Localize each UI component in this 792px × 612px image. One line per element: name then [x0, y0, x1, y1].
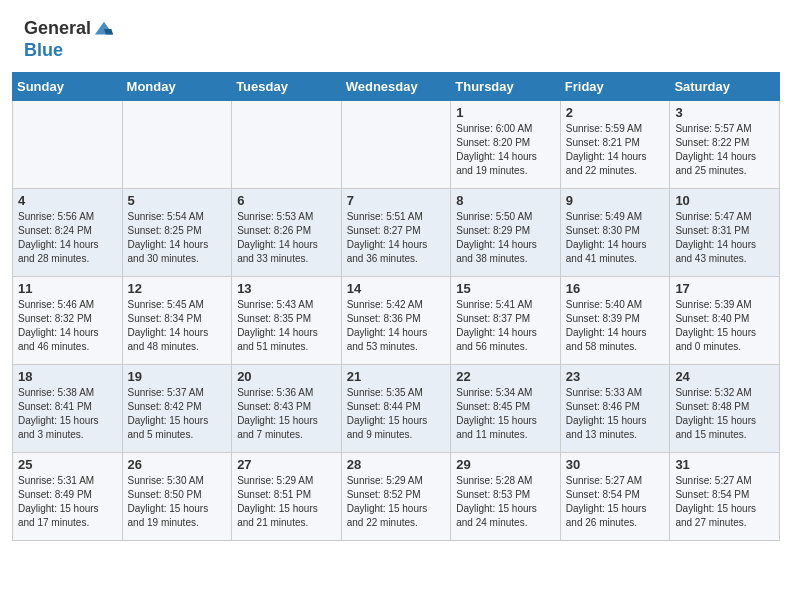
day-info: Sunrise: 5:32 AM Sunset: 8:48 PM Dayligh… [675, 386, 774, 442]
calendar-cell: 29Sunrise: 5:28 AM Sunset: 8:53 PM Dayli… [451, 452, 561, 540]
calendar-week: 25Sunrise: 5:31 AM Sunset: 8:49 PM Dayli… [13, 452, 780, 540]
page-header: General Blue [0, 0, 792, 72]
calendar-header: SundayMondayTuesdayWednesdayThursdayFrid… [13, 72, 780, 100]
calendar-cell: 12Sunrise: 5:45 AM Sunset: 8:34 PM Dayli… [122, 276, 232, 364]
day-number: 5 [128, 193, 227, 208]
calendar-cell: 10Sunrise: 5:47 AM Sunset: 8:31 PM Dayli… [670, 188, 780, 276]
calendar-cell [341, 100, 451, 188]
calendar-cell: 20Sunrise: 5:36 AM Sunset: 8:43 PM Dayli… [232, 364, 342, 452]
day-number: 15 [456, 281, 555, 296]
day-info: Sunrise: 5:49 AM Sunset: 8:30 PM Dayligh… [566, 210, 665, 266]
calendar-cell [232, 100, 342, 188]
day-number: 23 [566, 369, 665, 384]
day-number: 7 [347, 193, 446, 208]
day-number: 22 [456, 369, 555, 384]
calendar-cell: 2Sunrise: 5:59 AM Sunset: 8:21 PM Daylig… [560, 100, 670, 188]
day-number: 2 [566, 105, 665, 120]
logo-general: General [24, 18, 91, 40]
day-number: 20 [237, 369, 336, 384]
day-info: Sunrise: 5:31 AM Sunset: 8:49 PM Dayligh… [18, 474, 117, 530]
day-number: 12 [128, 281, 227, 296]
day-info: Sunrise: 5:35 AM Sunset: 8:44 PM Dayligh… [347, 386, 446, 442]
calendar-cell: 1Sunrise: 6:00 AM Sunset: 8:20 PM Daylig… [451, 100, 561, 188]
day-number: 18 [18, 369, 117, 384]
day-info: Sunrise: 5:50 AM Sunset: 8:29 PM Dayligh… [456, 210, 555, 266]
day-info: Sunrise: 5:47 AM Sunset: 8:31 PM Dayligh… [675, 210, 774, 266]
calendar-cell: 26Sunrise: 5:30 AM Sunset: 8:50 PM Dayli… [122, 452, 232, 540]
calendar-cell: 4Sunrise: 5:56 AM Sunset: 8:24 PM Daylig… [13, 188, 123, 276]
day-number: 16 [566, 281, 665, 296]
day-number: 25 [18, 457, 117, 472]
calendar-cell [122, 100, 232, 188]
day-number: 21 [347, 369, 446, 384]
day-number: 26 [128, 457, 227, 472]
day-number: 28 [347, 457, 446, 472]
calendar-cell: 19Sunrise: 5:37 AM Sunset: 8:42 PM Dayli… [122, 364, 232, 452]
calendar-wrapper: SundayMondayTuesdayWednesdayThursdayFrid… [0, 72, 792, 553]
day-info: Sunrise: 5:54 AM Sunset: 8:25 PM Dayligh… [128, 210, 227, 266]
calendar-cell: 31Sunrise: 5:27 AM Sunset: 8:54 PM Dayli… [670, 452, 780, 540]
day-info: Sunrise: 5:39 AM Sunset: 8:40 PM Dayligh… [675, 298, 774, 354]
day-info: Sunrise: 5:41 AM Sunset: 8:37 PM Dayligh… [456, 298, 555, 354]
day-number: 3 [675, 105, 774, 120]
day-info: Sunrise: 5:38 AM Sunset: 8:41 PM Dayligh… [18, 386, 117, 442]
day-info: Sunrise: 5:37 AM Sunset: 8:42 PM Dayligh… [128, 386, 227, 442]
day-number: 6 [237, 193, 336, 208]
day-info: Sunrise: 5:56 AM Sunset: 8:24 PM Dayligh… [18, 210, 117, 266]
weekday-header: Tuesday [232, 72, 342, 100]
day-number: 14 [347, 281, 446, 296]
calendar-cell: 23Sunrise: 5:33 AM Sunset: 8:46 PM Dayli… [560, 364, 670, 452]
day-info: Sunrise: 5:59 AM Sunset: 8:21 PM Dayligh… [566, 122, 665, 178]
day-info: Sunrise: 5:29 AM Sunset: 8:51 PM Dayligh… [237, 474, 336, 530]
calendar-cell: 27Sunrise: 5:29 AM Sunset: 8:51 PM Dayli… [232, 452, 342, 540]
day-info: Sunrise: 5:46 AM Sunset: 8:32 PM Dayligh… [18, 298, 117, 354]
calendar-cell: 8Sunrise: 5:50 AM Sunset: 8:29 PM Daylig… [451, 188, 561, 276]
day-number: 11 [18, 281, 117, 296]
day-number: 8 [456, 193, 555, 208]
calendar-week: 1Sunrise: 6:00 AM Sunset: 8:20 PM Daylig… [13, 100, 780, 188]
calendar-cell: 30Sunrise: 5:27 AM Sunset: 8:54 PM Dayli… [560, 452, 670, 540]
day-info: Sunrise: 6:00 AM Sunset: 8:20 PM Dayligh… [456, 122, 555, 178]
calendar-cell: 16Sunrise: 5:40 AM Sunset: 8:39 PM Dayli… [560, 276, 670, 364]
calendar-cell: 11Sunrise: 5:46 AM Sunset: 8:32 PM Dayli… [13, 276, 123, 364]
calendar-cell: 22Sunrise: 5:34 AM Sunset: 8:45 PM Dayli… [451, 364, 561, 452]
day-number: 24 [675, 369, 774, 384]
calendar-cell: 7Sunrise: 5:51 AM Sunset: 8:27 PM Daylig… [341, 188, 451, 276]
day-info: Sunrise: 5:34 AM Sunset: 8:45 PM Dayligh… [456, 386, 555, 442]
calendar-cell: 13Sunrise: 5:43 AM Sunset: 8:35 PM Dayli… [232, 276, 342, 364]
calendar-cell: 18Sunrise: 5:38 AM Sunset: 8:41 PM Dayli… [13, 364, 123, 452]
day-number: 29 [456, 457, 555, 472]
day-info: Sunrise: 5:53 AM Sunset: 8:26 PM Dayligh… [237, 210, 336, 266]
calendar-cell: 3Sunrise: 5:57 AM Sunset: 8:22 PM Daylig… [670, 100, 780, 188]
day-number: 1 [456, 105, 555, 120]
day-info: Sunrise: 5:28 AM Sunset: 8:53 PM Dayligh… [456, 474, 555, 530]
calendar-cell: 17Sunrise: 5:39 AM Sunset: 8:40 PM Dayli… [670, 276, 780, 364]
day-info: Sunrise: 5:27 AM Sunset: 8:54 PM Dayligh… [675, 474, 774, 530]
weekday-header: Saturday [670, 72, 780, 100]
day-info: Sunrise: 5:36 AM Sunset: 8:43 PM Dayligh… [237, 386, 336, 442]
weekday-header: Monday [122, 72, 232, 100]
day-number: 4 [18, 193, 117, 208]
day-number: 30 [566, 457, 665, 472]
weekday-header: Friday [560, 72, 670, 100]
calendar-week: 4Sunrise: 5:56 AM Sunset: 8:24 PM Daylig… [13, 188, 780, 276]
day-number: 31 [675, 457, 774, 472]
calendar-week: 11Sunrise: 5:46 AM Sunset: 8:32 PM Dayli… [13, 276, 780, 364]
weekday-header: Wednesday [341, 72, 451, 100]
logo-icon [93, 18, 115, 40]
day-number: 13 [237, 281, 336, 296]
calendar-cell: 5Sunrise: 5:54 AM Sunset: 8:25 PM Daylig… [122, 188, 232, 276]
day-info: Sunrise: 5:29 AM Sunset: 8:52 PM Dayligh… [347, 474, 446, 530]
day-number: 9 [566, 193, 665, 208]
day-number: 17 [675, 281, 774, 296]
day-info: Sunrise: 5:43 AM Sunset: 8:35 PM Dayligh… [237, 298, 336, 354]
calendar-cell: 14Sunrise: 5:42 AM Sunset: 8:36 PM Dayli… [341, 276, 451, 364]
calendar-cell: 15Sunrise: 5:41 AM Sunset: 8:37 PM Dayli… [451, 276, 561, 364]
day-info: Sunrise: 5:40 AM Sunset: 8:39 PM Dayligh… [566, 298, 665, 354]
calendar-body: 1Sunrise: 6:00 AM Sunset: 8:20 PM Daylig… [13, 100, 780, 540]
day-info: Sunrise: 5:45 AM Sunset: 8:34 PM Dayligh… [128, 298, 227, 354]
calendar-cell: 9Sunrise: 5:49 AM Sunset: 8:30 PM Daylig… [560, 188, 670, 276]
day-number: 19 [128, 369, 227, 384]
day-number: 27 [237, 457, 336, 472]
calendar-week: 18Sunrise: 5:38 AM Sunset: 8:41 PM Dayli… [13, 364, 780, 452]
